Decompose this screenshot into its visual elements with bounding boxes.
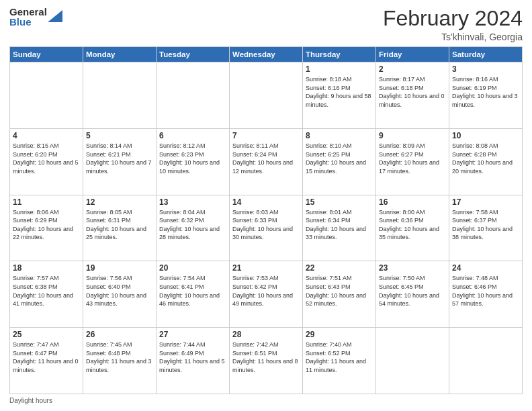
calendar-cell: 20Sunrise: 7:54 AM Sunset: 6:41 PM Dayli… [157, 261, 230, 328]
day-number: 26 [86, 330, 153, 339]
day-info: Sunrise: 8:05 AM Sunset: 6:31 PM Dayligh… [86, 208, 153, 242]
calendar-cell [10, 62, 83, 129]
day-info: Sunrise: 7:44 AM Sunset: 6:49 PM Dayligh… [159, 340, 226, 374]
day-number: 23 [379, 263, 446, 273]
calendar-cell: 25Sunrise: 7:47 AM Sunset: 6:47 PM Dayli… [10, 328, 83, 394]
calendar-cell: 8Sunrise: 8:10 AM Sunset: 6:25 PM Daylig… [303, 128, 376, 195]
day-number: 27 [159, 330, 226, 339]
calendar-cell: 11Sunrise: 8:06 AM Sunset: 6:29 PM Dayli… [10, 195, 83, 261]
logo: General Blue [9, 7, 62, 27]
calendar-week-row: 11Sunrise: 8:06 AM Sunset: 6:29 PM Dayli… [10, 195, 523, 261]
day-number: 20 [159, 263, 226, 273]
calendar-cell: 27Sunrise: 7:44 AM Sunset: 6:49 PM Dayli… [157, 328, 230, 394]
weekday-header-wednesday: Wednesday [230, 47, 303, 62]
day-number: 3 [452, 64, 519, 74]
calendar-week-row: 18Sunrise: 7:57 AM Sunset: 6:38 PM Dayli… [10, 261, 523, 328]
day-info: Sunrise: 7:58 AM Sunset: 6:37 PM Dayligh… [452, 208, 519, 242]
weekday-header-friday: Friday [376, 47, 449, 62]
calendar-cell: 14Sunrise: 8:03 AM Sunset: 6:33 PM Dayli… [230, 195, 303, 261]
day-number: 21 [232, 263, 300, 273]
day-number: 19 [86, 263, 153, 273]
day-number: 10 [452, 131, 519, 140]
day-number: 22 [306, 263, 373, 273]
calendar-cell [83, 62, 157, 129]
day-info: Sunrise: 8:10 AM Sunset: 6:25 PM Dayligh… [306, 142, 373, 175]
calendar-cell: 21Sunrise: 7:53 AM Sunset: 6:42 PM Dayli… [230, 261, 303, 328]
day-info: Sunrise: 8:09 AM Sunset: 6:27 PM Dayligh… [379, 142, 446, 175]
day-info: Sunrise: 8:18 AM Sunset: 6:16 PM Dayligh… [306, 75, 373, 109]
weekday-header-saturday: Saturday [449, 47, 523, 62]
day-number: 13 [159, 197, 226, 207]
day-info: Sunrise: 8:17 AM Sunset: 6:18 PM Dayligh… [379, 75, 446, 109]
day-info: Sunrise: 7:57 AM Sunset: 6:38 PM Dayligh… [13, 274, 80, 308]
day-number: 28 [232, 330, 300, 339]
calendar-cell: 4Sunrise: 8:15 AM Sunset: 6:20 PM Daylig… [10, 128, 83, 195]
calendar-cell: 12Sunrise: 8:05 AM Sunset: 6:31 PM Dayli… [83, 195, 157, 261]
calendar-cell: 17Sunrise: 7:58 AM Sunset: 6:37 PM Dayli… [449, 195, 523, 261]
calendar-cell: 9Sunrise: 8:09 AM Sunset: 6:27 PM Daylig… [376, 128, 449, 195]
weekday-header-thursday: Thursday [303, 47, 376, 62]
day-info: Sunrise: 8:00 AM Sunset: 6:36 PM Dayligh… [379, 208, 446, 242]
day-info: Sunrise: 7:47 AM Sunset: 6:47 PM Dayligh… [13, 340, 80, 374]
weekday-header-monday: Monday [83, 47, 157, 62]
calendar-cell: 13Sunrise: 8:04 AM Sunset: 6:32 PM Dayli… [157, 195, 230, 261]
day-info: Sunrise: 7:51 AM Sunset: 6:43 PM Dayligh… [306, 274, 373, 308]
day-number: 5 [86, 131, 153, 140]
day-number: 16 [379, 197, 446, 207]
title-block: February 2024 Ts'khinvali, Georgia [383, 7, 523, 42]
calendar-cell: 1Sunrise: 8:18 AM Sunset: 6:16 PM Daylig… [303, 62, 376, 129]
day-number: 18 [13, 263, 80, 273]
day-info: Sunrise: 8:14 AM Sunset: 6:21 PM Dayligh… [86, 142, 153, 175]
day-number: 9 [379, 131, 446, 140]
day-info: Sunrise: 7:42 AM Sunset: 6:51 PM Dayligh… [232, 340, 300, 374]
calendar-cell: 3Sunrise: 8:16 AM Sunset: 6:19 PM Daylig… [449, 62, 523, 129]
calendar-cell [449, 328, 523, 394]
day-number: 15 [306, 197, 373, 207]
calendar-cell: 19Sunrise: 7:56 AM Sunset: 6:40 PM Dayli… [83, 261, 157, 328]
day-number: 4 [13, 131, 80, 140]
calendar-week-row: 4Sunrise: 8:15 AM Sunset: 6:20 PM Daylig… [10, 128, 523, 195]
calendar-cell: 2Sunrise: 8:17 AM Sunset: 6:18 PM Daylig… [376, 62, 449, 129]
calendar-cell: 26Sunrise: 7:45 AM Sunset: 6:48 PM Dayli… [83, 328, 157, 394]
calendar-cell [230, 62, 303, 129]
day-number: 14 [232, 197, 300, 207]
day-info: Sunrise: 8:12 AM Sunset: 6:23 PM Dayligh… [159, 142, 226, 175]
calendar-cell: 16Sunrise: 8:00 AM Sunset: 6:36 PM Dayli… [376, 195, 449, 261]
day-info: Sunrise: 7:48 AM Sunset: 6:46 PM Dayligh… [452, 274, 519, 308]
weekday-header-tuesday: Tuesday [157, 47, 230, 62]
logo-blue: Blue [9, 17, 47, 27]
day-number: 1 [306, 64, 373, 74]
sub-title: Ts'khinvali, Georgia [383, 32, 523, 42]
calendar-cell [376, 328, 449, 394]
svg-marker-0 [48, 10, 62, 22]
calendar-cell: 23Sunrise: 7:50 AM Sunset: 6:45 PM Dayli… [376, 261, 449, 328]
logo-icon [48, 7, 62, 22]
calendar-cell: 10Sunrise: 8:08 AM Sunset: 6:28 PM Dayli… [449, 128, 523, 195]
logo-general: General [9, 7, 47, 17]
calendar-cell: 15Sunrise: 8:01 AM Sunset: 6:34 PM Dayli… [303, 195, 376, 261]
calendar-cell: 5Sunrise: 8:14 AM Sunset: 6:21 PM Daylig… [83, 128, 157, 195]
day-number: 17 [452, 197, 519, 207]
calendar-cell [157, 62, 230, 129]
day-info: Sunrise: 7:45 AM Sunset: 6:48 PM Dayligh… [86, 340, 153, 374]
footer-note: Daylight hours [9, 397, 523, 404]
day-number: 8 [306, 131, 373, 140]
calendar-table: SundayMondayTuesdayWednesdayThursdayFrid… [9, 46, 523, 394]
day-number: 12 [86, 197, 153, 207]
weekday-header-row: SundayMondayTuesdayWednesdayThursdayFrid… [10, 47, 523, 62]
day-info: Sunrise: 8:08 AM Sunset: 6:28 PM Dayligh… [452, 142, 519, 175]
daylight-label: Daylight hours [9, 397, 52, 404]
calendar-cell: 28Sunrise: 7:42 AM Sunset: 6:51 PM Dayli… [230, 328, 303, 394]
day-info: Sunrise: 8:04 AM Sunset: 6:32 PM Dayligh… [159, 208, 226, 242]
calendar-cell: 24Sunrise: 7:48 AM Sunset: 6:46 PM Dayli… [449, 261, 523, 328]
day-info: Sunrise: 7:53 AM Sunset: 6:42 PM Dayligh… [232, 274, 300, 308]
day-info: Sunrise: 7:54 AM Sunset: 6:41 PM Dayligh… [159, 274, 226, 308]
day-number: 29 [306, 330, 373, 339]
calendar-week-row: 25Sunrise: 7:47 AM Sunset: 6:47 PM Dayli… [10, 328, 523, 394]
calendar-cell: 6Sunrise: 8:12 AM Sunset: 6:23 PM Daylig… [157, 128, 230, 195]
calendar-cell: 18Sunrise: 7:57 AM Sunset: 6:38 PM Dayli… [10, 261, 83, 328]
calendar-cell: 22Sunrise: 7:51 AM Sunset: 6:43 PM Dayli… [303, 261, 376, 328]
day-number: 24 [452, 263, 519, 273]
logo-text: General Blue [9, 7, 47, 27]
day-info: Sunrise: 8:11 AM Sunset: 6:24 PM Dayligh… [232, 142, 300, 175]
